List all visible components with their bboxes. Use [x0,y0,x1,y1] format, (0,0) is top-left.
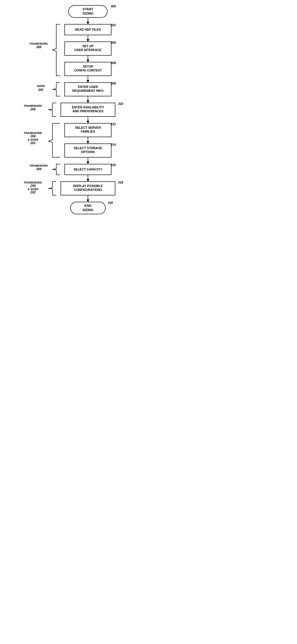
bracket-sizer1-label1: SIZER [37,84,45,88]
start-label2: SIZING [82,12,94,15]
arrowhead-2 [87,39,89,42]
node-enter-avail: ENTER AVAILABILITY AND PREFERENCES 310 [61,102,123,116]
bracket-fw3-label2: 206 [36,168,41,171]
select-storage-label1: SELECT STORAGE [74,146,102,150]
select-server-label2: FAMILIES [81,130,95,133]
display-configs-label2: CONFIGURATIONS [74,188,102,192]
bracket-framework-2: FRAMEWORK 206 [24,103,56,116]
enter-user-label2: REQUIREMENT INFO [72,89,104,92]
enter-avail-label1: ENTER AVAILABILITY [72,106,104,109]
ref-308: 308 [111,82,116,85]
bracket-fw-sizer1-label4: 202 [30,142,36,145]
arrowhead-1 [87,22,89,24]
end-label2: SIZING [82,208,94,212]
node-start: START SIZING 300 [68,5,116,18]
ref-300: 300 [111,5,116,8]
bracket-sizer1-label2: 202 [38,88,43,92]
ref-318: 318 [118,181,123,184]
bracket-fw-sizer2-label3: & SIZER [27,188,38,191]
node-select-server: SELECT SERVER FAMILIES 312 [65,122,116,137]
node-select-storage: SELECT STORAGE OPTIONS 314 [65,143,116,157]
bracket-fw-sizer2-label2: 206 [30,184,36,188]
diagram-svg: START SIZING 300 READ HDF FILES 302 SET … [0,0,148,326]
bracket-fw3-label1: FRAMEWORK [30,164,48,167]
node-display-configs: DISPLAY POSSIBLE CONFIGURATIONS 318 [61,181,123,195]
bracket-fw-sizer1-label1: FRAMEWORK [24,132,42,134]
display-configs-label1: DISPLAY POSSIBLE [73,184,103,188]
setup-ui-label2: USER INTERFACE [74,48,101,52]
setup-config-label1: SETUP [83,65,93,68]
ref-306: 306 [111,61,116,65]
ref-310: 310 [118,102,123,106]
bracket-fw-sizer1-label2: 206 [30,134,36,138]
ref-320: 320 [108,201,113,204]
arrowhead-9 [87,179,89,182]
enter-avail-label2: AND PREFERENCES [72,110,103,113]
read-hdf-label: READ HDF FILES [75,28,101,31]
select-capacity-label: SELECT CAPACITY [74,168,102,171]
setup-ui-label1: SET UP [82,44,94,48]
node-select-capacity: SELECT CAPACITY 316 [65,163,116,175]
node-end: END SIZING 320 [70,201,113,214]
arrowhead-8 [87,162,89,164]
bracket-framework-3: FRAMEWORK 206 [30,164,60,175]
arrowhead-3 [87,60,89,62]
node-setup-config: SETUP CONFIG CONTEXT 306 [65,61,116,76]
setup-config-label2: CONFIG CONTEXT [74,69,102,72]
diagram: START SIZING 300 READ HDF FILES 302 SET … [0,0,148,326]
arrowhead-6 [87,121,89,123]
enter-user-label1: ENTER USER [78,85,98,88]
end-label1: END [84,204,91,208]
ref-316: 316 [111,163,116,167]
bracket-fw2-label2: 206 [30,108,36,111]
bracket-framework-sizer-2: FRAMEWORK 206 & SIZER 202 [24,181,56,195]
node-setup-ui: SET UP USER INTERFACE 304 [65,41,116,55]
arrowhead-7 [87,141,89,144]
bracket-fw1-label1: FRAMEWORK [30,42,48,45]
select-storage-label2: OPTIONS [81,150,95,154]
ref-314: 314 [111,143,116,146]
node-read-hdf: READ HDF FILES 302 [65,24,116,35]
bracket-sizer-1: SIZER 202 [37,82,60,96]
node-enter-user: ENTER USER REQUIREMENT INFO 308 [65,82,116,96]
bracket-fw-sizer1-label3: & SIZER [27,138,38,141]
bracket-fw1-label2: 206 [36,46,41,49]
bracket-fw-sizer2-label1: FRAMEWORK [24,181,42,184]
bracket-fw-sizer2-label4: 202 [30,191,36,194]
arrowhead-5 [87,100,89,103]
start-label: START [82,8,93,11]
arrowhead-10 [87,200,89,202]
ref-312: 312 [111,122,116,126]
bracket-fw2-label1: FRAMEWORK [24,104,42,108]
bracket-framework-1: FRAMEWORK 206 [30,24,60,76]
ref-304: 304 [111,41,116,44]
arrowhead-4 [87,80,89,82]
bracket-framework-sizer-1: FRAMEWORK 206 & SIZER 202 [24,123,60,157]
ref-302: 302 [111,24,116,27]
select-server-label1: SELECT SERVER [75,126,101,129]
